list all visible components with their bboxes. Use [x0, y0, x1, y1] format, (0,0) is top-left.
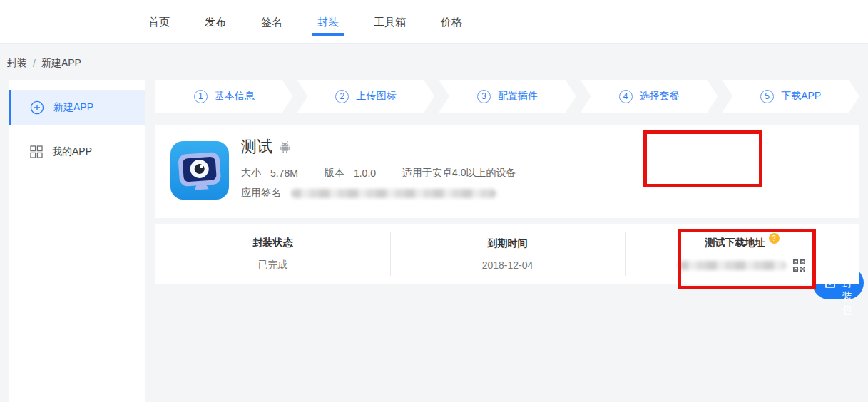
step-wizard: 1 基本信息 2 上传图标 3 配置插件 4 选择套餐 5 下载APP	[155, 80, 859, 113]
size-label: 大小	[241, 167, 261, 180]
step-number-badge: 3	[477, 90, 491, 103]
app-info: 测试 大小 5.78M	[241, 136, 516, 200]
status-col-expiry: 到期时间 2018-12-04	[390, 224, 625, 284]
app-logo	[170, 140, 230, 200]
step-number-badge: 2	[335, 90, 349, 103]
breadcrumb: 封装 / 新建APP	[7, 57, 81, 70]
download-url-redacted-value	[678, 261, 787, 270]
grid-icon	[30, 145, 43, 158]
sidebar-item-new-app[interactable]: 新建APP	[9, 90, 145, 125]
step-basic-info[interactable]: 1 基本信息	[155, 80, 293, 113]
step-label: 基本信息	[215, 90, 255, 103]
nav-item-price[interactable]: 价格	[441, 0, 462, 44]
sidebar-item-my-app[interactable]: 我的APP	[9, 134, 145, 170]
app-card: 测试 大小 5.78M	[155, 125, 859, 218]
top-nav: 首页 发布 签名 封装 工具箱 价格	[0, 0, 868, 44]
step-label: 下载APP	[781, 90, 821, 103]
breadcrumb-page: 新建APP	[41, 57, 81, 70]
status-label: 封装状态	[253, 237, 293, 249]
status-value: 2018-12-04	[482, 259, 533, 271]
app-title: 测试	[241, 136, 272, 158]
sidebar-item-label: 我的APP	[52, 145, 92, 158]
step-label: 选择套餐	[640, 90, 680, 103]
step-select-plan[interactable]: 4 选择套餐	[581, 80, 718, 113]
step-label: 配置插件	[498, 90, 538, 103]
status-card: 封装状态 已完成 到期时间 2018-12-04 测试下载地址 ?	[155, 224, 859, 284]
status-label: 到期时间	[488, 237, 528, 250]
step-number-badge: 1	[194, 90, 208, 103]
nav-item-home[interactable]: 首页	[148, 0, 170, 44]
step-download-app[interactable]: 5 下载APP	[722, 80, 859, 113]
version-label: 版本	[325, 167, 344, 180]
sidebar-item-label: 新建APP	[53, 101, 93, 114]
qr-code-icon[interactable]	[792, 259, 806, 272]
android-icon	[279, 140, 291, 153]
status-col-package-state: 封装状态 已完成	[155, 224, 390, 284]
step-number-badge: 5	[760, 90, 774, 103]
step-upload-icon[interactable]: 2 上传图标	[297, 80, 435, 113]
size-value: 5.78M	[270, 168, 298, 179]
device-note: 适用于安卓4.0以上的设备	[402, 167, 516, 180]
breadcrumb-separator: /	[33, 58, 36, 69]
sidebar: 新建APP 我的APP	[9, 80, 145, 402]
step-number-badge: 4	[619, 90, 633, 103]
version-value: 1.0.0	[354, 168, 376, 179]
signature-redacted-value	[291, 189, 496, 198]
status-value: 已完成	[258, 259, 288, 272]
nav-item-sign[interactable]: 签名	[261, 0, 282, 44]
status-col-test-download-url: 测试下载地址 ?	[625, 224, 859, 284]
help-icon[interactable]: ?	[769, 233, 780, 244]
step-label: 上传图标	[356, 90, 396, 103]
step-configure-plugins[interactable]: 3 配置插件	[439, 80, 576, 113]
breadcrumb-section[interactable]: 封装	[7, 57, 27, 70]
nav-item-package[interactable]: 封装	[317, 0, 339, 44]
nav-item-toolbox[interactable]: 工具箱	[374, 0, 406, 44]
plus-circle-icon	[30, 100, 44, 115]
signature-label: 应用签名	[241, 187, 281, 200]
nav-item-publish[interactable]: 发布	[205, 0, 226, 44]
status-label: 测试下载地址	[705, 237, 765, 249]
